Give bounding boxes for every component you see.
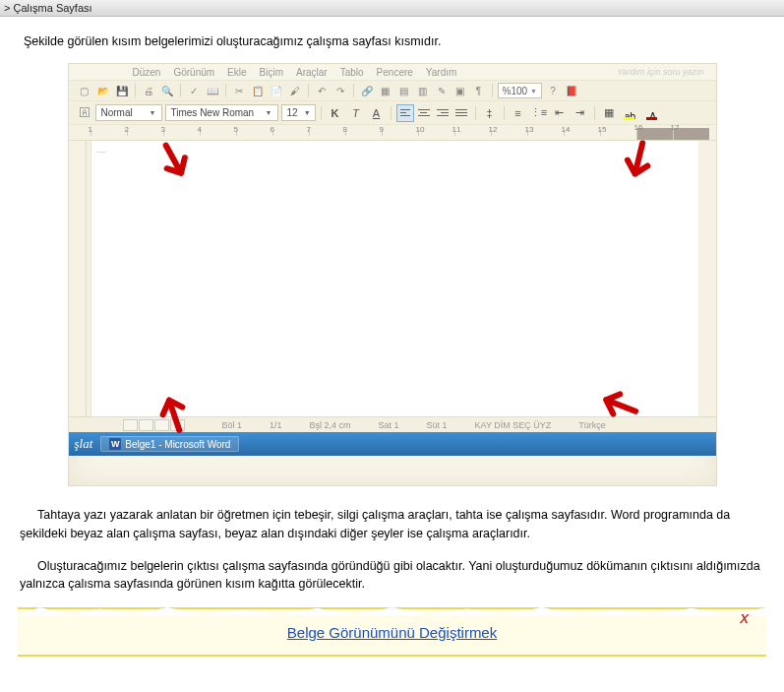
style-value: Normal <box>101 107 133 118</box>
paste-icon[interactable]: 📄 <box>269 83 284 98</box>
fontsize-dropdown[interactable]: 12 ▼ <box>281 104 316 121</box>
align-justify-button[interactable] <box>452 104 470 122</box>
copy-icon[interactable]: 📋 <box>250 83 266 98</box>
menu-item[interactable]: Pencere <box>377 67 413 78</box>
status-sut: Süt 1 <box>427 420 448 430</box>
undo-icon[interactable]: ↶ <box>314 83 330 98</box>
docmap-icon[interactable]: ▣ <box>452 83 468 98</box>
separator <box>475 106 476 120</box>
bullets-button[interactable]: ⋮≡ <box>530 104 548 122</box>
page-content: Şekilde görülen kısım belgelerimizi oluş… <box>0 17 784 657</box>
zoom-value: %100 <box>503 86 528 96</box>
borders-button[interactable]: ▦ <box>600 104 618 122</box>
menu-item[interactable]: Tablo <box>340 67 364 78</box>
next-topic-banner: Belge Görünümünü Değiştirmek X <box>18 607 766 657</box>
font-color-button[interactable]: A <box>643 104 663 122</box>
word-icon: W <box>109 438 121 450</box>
next-topic-link[interactable]: Belge Görünümünü Değiştirmek <box>287 624 497 641</box>
open-icon[interactable]: 📂 <box>95 83 111 98</box>
help-icon[interactable]: ? <box>545 83 561 98</box>
separator <box>391 106 392 120</box>
status-bol: Böl 1 <box>222 420 243 430</box>
vertical-ruler <box>69 141 87 416</box>
table-icon[interactable]: ▦ <box>378 83 393 98</box>
menu-item[interactable]: Görünüm <box>173 67 214 78</box>
align-center-button[interactable] <box>415 104 433 122</box>
status-bar: Böl 1 1/1 Bşl 2,4 cm Sat 1 Süt 1 KAY DİM… <box>69 416 716 432</box>
windows-taskbar: şlat W Belge1 - Microsoft Word <box>69 432 716 456</box>
font-value: Times New Roman <box>171 107 255 118</box>
styles-pane-icon[interactable]: 🄰 <box>77 105 92 121</box>
status-page: 1/1 <box>270 420 282 430</box>
cut-icon[interactable]: ✂ <box>231 83 247 98</box>
new-doc-icon[interactable]: ▢ <box>77 83 92 98</box>
line-spacing-button[interactable]: ‡ <box>481 104 499 122</box>
start-button[interactable]: şlat <box>75 436 93 452</box>
decrease-indent-button[interactable]: ⇤ <box>551 104 569 122</box>
menu-item[interactable]: Yardım <box>426 67 457 78</box>
zoom-dropdown[interactable]: %100 ▼ <box>498 83 543 98</box>
word-window: Düzen Görünüm Ekle Biçim Araçlar Tablo P… <box>68 63 717 486</box>
increase-indent-button[interactable]: ⇥ <box>572 104 589 122</box>
paragraph-2: Oluşturacağımız belgelerin çıktısı çalış… <box>20 557 764 595</box>
separator <box>594 106 595 120</box>
chevron-down-icon: ▼ <box>150 109 156 116</box>
excel-icon[interactable]: ▤ <box>396 83 412 98</box>
taskbar-item-label: Belge1 - Microsoft Word <box>125 439 230 450</box>
fontsize-value: 12 <box>287 107 298 118</box>
underline-button[interactable]: A <box>368 104 386 122</box>
status-lang: Türkçe <box>578 420 606 430</box>
menu-item[interactable]: Ekle <box>227 67 246 78</box>
intro-paragraph: Şekilde görülen kısım belgelerimizi oluş… <box>24 34 772 48</box>
paragraph-icon[interactable]: ¶ <box>471 83 487 98</box>
align-right-button[interactable] <box>434 104 452 122</box>
drawing-icon[interactable]: ✎ <box>434 83 450 98</box>
spellcheck-icon[interactable]: ✓ <box>186 83 202 98</box>
separator <box>321 106 322 120</box>
word-screenshot: Düzen Görünüm Ekle Biçim Araçlar Tablo P… <box>68 63 717 486</box>
menu-item[interactable]: Araçlar <box>296 67 328 78</box>
read-icon[interactable]: 📕 <box>564 83 579 98</box>
document-page[interactable]: — <box>90 141 698 416</box>
highlight-button[interactable]: ab <box>621 104 640 122</box>
bold-button[interactable]: K <box>327 104 344 122</box>
view-print-button[interactable] <box>154 419 169 431</box>
numbering-button[interactable]: ≡ <box>510 104 527 122</box>
help-search[interactable]: Yardım için soru yazın <box>617 67 703 78</box>
view-web-button[interactable] <box>139 419 153 431</box>
view-buttons <box>123 419 185 431</box>
menu-bar: Düzen Görünüm Ekle Biçim Araçlar Tablo P… <box>69 64 716 80</box>
page-area: — <box>69 141 716 416</box>
standard-toolbar: ▢ 📂 💾 🖨 🔍 ✓ 📖 ✂ 📋 📄 🖌 ↶ ↷ 🔗 ▦ <box>69 80 716 101</box>
view-normal-button[interactable] <box>123 419 138 431</box>
separator <box>353 84 354 97</box>
status-sat: Sat 1 <box>379 420 399 430</box>
separator <box>180 84 181 97</box>
style-dropdown[interactable]: Normal ▼ <box>95 104 162 121</box>
print-icon[interactable]: 🖨 <box>141 83 156 98</box>
horizontal-ruler: 1 2 3 4 5 6 7 8 9 10 11 12 13 14 15 16 1… <box>69 125 716 141</box>
format-painter-icon[interactable]: 🖌 <box>287 83 303 98</box>
menu-item[interactable]: Biçim <box>260 67 283 78</box>
hyperlink-icon[interactable]: 🔗 <box>359 83 375 98</box>
status-bsl: Bşl 2,4 cm <box>310 420 351 430</box>
separator <box>504 106 505 120</box>
window-title: > Çalışma Sayfası <box>4 2 92 14</box>
formatting-toolbar: 🄰 Normal ▼ Times New Roman ▼ 12 ▼ K T A <box>69 101 716 125</box>
research-icon[interactable]: 📖 <box>205 83 220 98</box>
align-left-button[interactable] <box>396 104 414 122</box>
redo-icon[interactable]: ↷ <box>332 83 348 98</box>
save-icon[interactable]: 💾 <box>114 83 130 98</box>
font-dropdown[interactable]: Times New Roman ▼ <box>165 104 278 121</box>
separator <box>135 84 136 97</box>
taskbar-item[interactable]: W Belge1 - Microsoft Word <box>100 436 239 452</box>
close-banner-button[interactable]: X <box>740 611 749 626</box>
view-outline-button[interactable] <box>170 419 185 431</box>
italic-button[interactable]: T <box>347 104 365 122</box>
columns-icon[interactable]: ▥ <box>415 83 431 98</box>
menu-item[interactable]: Düzen <box>133 67 161 78</box>
separator <box>225 84 226 97</box>
preview-icon[interactable]: 🔍 <box>159 83 175 98</box>
separator <box>308 84 309 97</box>
window-title-bar: > Çalışma Sayfası <box>0 0 784 17</box>
